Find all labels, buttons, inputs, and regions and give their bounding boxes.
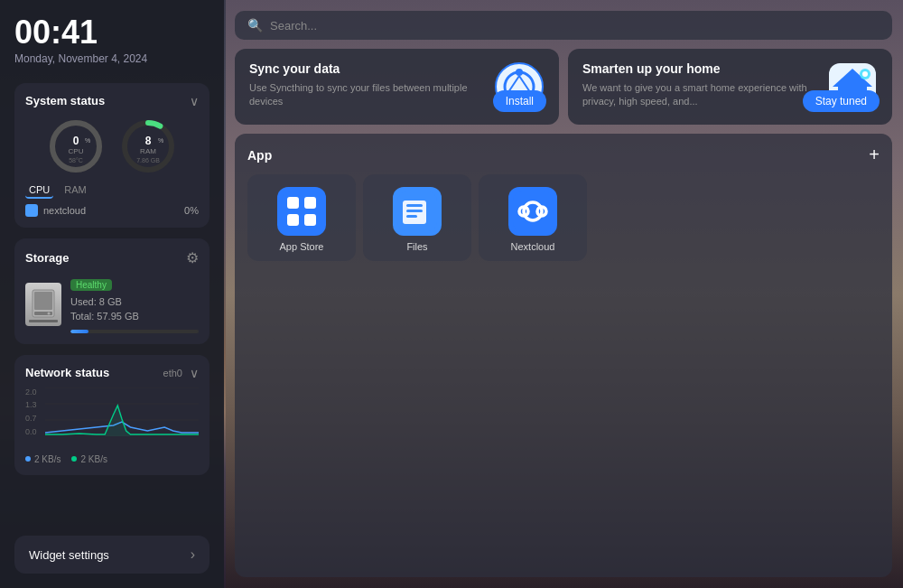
svg-text:58°C: 58°C	[69, 157, 83, 163]
svg-rect-38	[287, 214, 299, 226]
upload-legend: 2 KB/s	[25, 454, 61, 464]
network-iface: eth0	[163, 368, 182, 378]
network-y-labels: 2.0 1.3 0.7 0.0	[25, 387, 43, 436]
storage-bar-fill	[70, 330, 88, 333]
smart-home-text: Smarten up your home We want to give you…	[582, 61, 816, 109]
stay-tuned-button[interactable]: Stay tuned	[803, 90, 880, 112]
network-header: Network status eth0 ∨	[25, 366, 199, 380]
process-left: nextcloud	[25, 204, 86, 217]
svg-point-23	[516, 69, 523, 76]
svg-rect-37	[304, 197, 316, 209]
download-dot	[71, 456, 77, 462]
feature-row: Sync your data Use Syncthing to sync you…	[235, 49, 892, 125]
storage-badge: Healthy	[70, 279, 112, 291]
process-value: 0%	[184, 205, 199, 216]
smart-home-desc: We want to give you a smart home experie…	[582, 81, 816, 109]
cpu-gauge: 0 % CPU 58°C	[47, 117, 105, 175]
search-icon: 🔍	[247, 18, 263, 33]
app-header: App +	[247, 145, 880, 165]
network-chart: 2.0 1.3 0.7 0.0	[25, 387, 199, 451]
upload-dot	[25, 456, 31, 462]
y-label-0: 2.0	[25, 387, 43, 397]
storage-content: Healthy Used: 8 GB Total: 57.95 GB	[25, 275, 199, 333]
storage-used: Used: 8 GB	[70, 294, 199, 310]
files-icon-wrap	[393, 187, 442, 236]
app-store-name: App Store	[280, 241, 324, 252]
download-speed: 2 KB/s	[80, 454, 107, 464]
y-label-2: 0.7	[25, 414, 43, 423]
sync-card: Sync your data Use Syncthing to sync you…	[235, 49, 559, 125]
app-store-item[interactable]: App Store	[247, 174, 356, 261]
system-tabs: CPU RAM	[25, 182, 199, 199]
nextcloud-item[interactable]: Nextcloud	[479, 174, 587, 261]
svg-rect-35	[282, 191, 321, 231]
files-svg	[397, 191, 437, 231]
search-bar[interactable]: 🔍	[235, 11, 892, 40]
svg-text:CPU: CPU	[69, 147, 84, 155]
nextcloud-name: Nextcloud	[511, 241, 555, 252]
gauges-row: 0 % CPU 58°C 8 % RAM 7.86 GB	[25, 117, 199, 175]
download-legend: 2 KB/s	[71, 454, 107, 464]
storage-bar	[70, 330, 199, 333]
gear-icon[interactable]: ⚙	[186, 249, 199, 266]
search-input[interactable]	[270, 19, 880, 33]
network-chevron[interactable]: ∨	[190, 366, 199, 380]
main-panel: 🔍 Sync your data Use Syncthing to sync y…	[224, 0, 903, 588]
network-title: Network status	[25, 366, 109, 379]
clock-time: 00:41	[14, 14, 209, 51]
network-legend: 2 KB/s 2 KB/s	[25, 454, 199, 464]
svg-text:RAM: RAM	[140, 147, 156, 155]
network-grid-area	[45, 387, 199, 436]
svg-point-34	[862, 71, 868, 77]
process-icon	[25, 204, 38, 217]
clock-date: Monday, November 4, 2024	[14, 52, 209, 65]
sync-title: Sync your data	[249, 61, 483, 76]
y-label-1: 1.3	[25, 400, 43, 409]
y-label-3: 0.0	[25, 427, 43, 436]
system-status-header: System status ∨	[25, 94, 199, 108]
widget-settings-label: Widget settings	[29, 548, 109, 562]
smart-home-title: Smarten up your home	[582, 61, 816, 76]
app-title: App	[247, 148, 272, 163]
clock-section: 00:41 Monday, November 4, 2024	[14, 14, 209, 72]
network-svg	[45, 387, 199, 436]
system-status-chevron[interactable]: ∨	[190, 94, 199, 108]
svg-text:%: %	[85, 137, 90, 144]
ram-gauge-svg: 8 % RAM 7.86 GB	[119, 117, 177, 175]
storage-title: Storage	[25, 251, 69, 265]
hdd-svg	[31, 288, 56, 321]
files-name: Files	[406, 241, 427, 252]
cpu-tab[interactable]: CPU	[25, 182, 53, 199]
sync-desc: Use Syncthing to sync your files between…	[249, 81, 483, 109]
svg-text:8: 8	[145, 135, 152, 147]
storage-header: Storage ⚙	[25, 249, 199, 266]
app-store-svg	[282, 191, 321, 231]
widget-settings[interactable]: Widget settings ›	[14, 536, 209, 574]
upload-speed: 2 KB/s	[34, 454, 61, 464]
cpu-gauge-svg: 0 % CPU 58°C	[47, 117, 105, 175]
process-row: nextcloud 0%	[25, 204, 199, 217]
nextcloud-icon-wrap	[508, 187, 557, 236]
svg-text:7.86 GB: 7.86 GB	[136, 157, 160, 163]
ram-tab[interactable]: RAM	[61, 182, 89, 199]
svg-rect-44	[406, 215, 417, 218]
app-grid: App Store Files	[247, 174, 880, 261]
storage-info: Healthy Used: 8 GB Total: 57.95 GB	[70, 275, 199, 333]
storage-total: Total: 57.95 GB	[70, 309, 199, 324]
svg-rect-13	[34, 292, 52, 310]
nextcloud-svg	[513, 191, 553, 231]
widget-settings-chevron: ›	[191, 546, 195, 563]
process-name: nextcloud	[43, 205, 86, 216]
sidebar: 00:41 Monday, November 4, 2024 System st…	[0, 0, 224, 588]
ram-gauge: 8 % RAM 7.86 GB	[119, 117, 177, 175]
files-item[interactable]: Files	[363, 174, 471, 261]
svg-rect-42	[406, 204, 423, 207]
add-app-icon[interactable]: +	[869, 145, 880, 165]
storage-drive-icon	[25, 283, 61, 326]
system-status-title: System status	[25, 94, 105, 107]
install-button[interactable]: Install	[493, 90, 546, 112]
svg-point-15	[48, 312, 51, 314]
svg-rect-36	[287, 197, 299, 209]
svg-rect-39	[304, 214, 316, 226]
sync-text: Sync your data Use Syncthing to sync you…	[249, 61, 483, 109]
